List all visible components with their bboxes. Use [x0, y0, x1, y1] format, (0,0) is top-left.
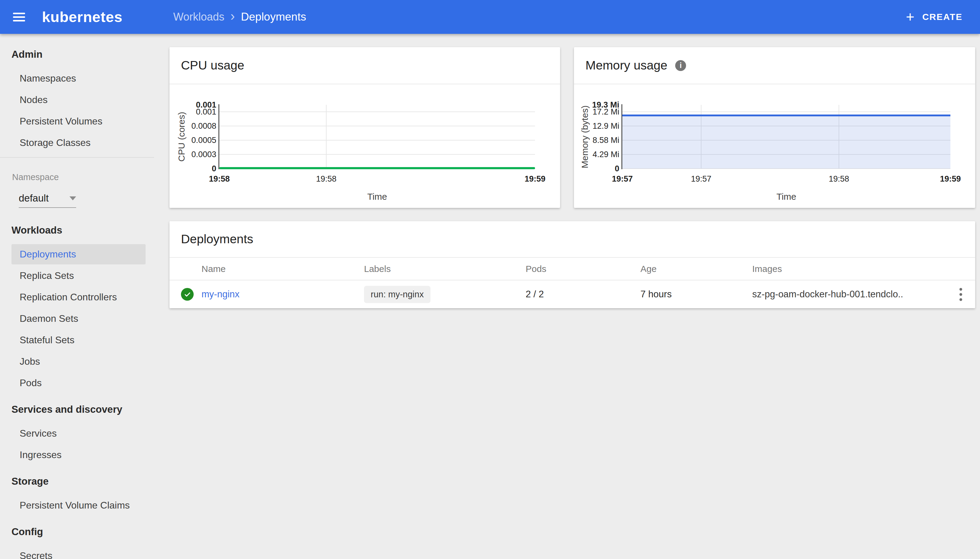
- create-button[interactable]: + CREATE: [906, 10, 962, 24]
- y-axis-title: Memory (bytes): [578, 105, 592, 169]
- column-header-images: Images: [752, 264, 946, 274]
- charts-row: CPU usage 0.0010.0010.00080.00050.000301…: [170, 47, 980, 208]
- sidebar-item-namespaces[interactable]: Namespaces: [12, 68, 145, 89]
- sidebar-item-storage-classes[interactable]: Storage Classes: [12, 133, 145, 153]
- menu-icon[interactable]: [13, 13, 25, 22]
- x-tick-label: 19:59: [505, 174, 565, 184]
- y-gridline: [219, 140, 535, 141]
- info-icon[interactable]: i: [675, 60, 686, 71]
- images-value: sz-pg-oam-docker-hub-001.tendclo..: [752, 289, 946, 300]
- cpu-usage-chart: 0.0010.0010.00080.00050.0003019:5819:581…: [170, 84, 560, 207]
- y-tick-label: 4.29 Mi: [568, 150, 619, 159]
- breadcrumb: Workloads › Deployments: [173, 11, 306, 23]
- label-chip: run: my-nginx: [364, 286, 430, 303]
- table-row: my-nginxrun: my-nginx2 / 27 hourssz-pg-o…: [170, 280, 975, 308]
- chevron-down-icon: [69, 197, 76, 200]
- check-icon: [183, 291, 191, 298]
- memory-usage-area-series: [622, 114, 950, 169]
- chevron-right-icon: ›: [230, 11, 235, 23]
- cpu-usage-line-series: [219, 167, 535, 169]
- y-tick-label: 0.0005: [165, 136, 216, 145]
- y-tick-label: 17.2 Mi: [568, 107, 619, 117]
- x-tick-label: 19:58: [189, 174, 250, 184]
- y-gridline: [219, 126, 535, 126]
- x-tick-label: 19:59: [920, 174, 980, 184]
- column-header-age: Age: [640, 264, 752, 274]
- labels-cell: run: my-nginx: [364, 286, 526, 303]
- memory-usage-chart: 19.3 Mi17.2 Mi12.9 Mi8.58 Mi4.29 Mi019:5…: [574, 84, 975, 207]
- sidebar-item-replica-sets[interactable]: Replica Sets: [12, 266, 145, 286]
- sidebar-heading-services-and-discovery: Services and discovery: [12, 404, 154, 415]
- memory-usage-card: Memory usage i 19.3 Mi17.2 Mi12.9 Mi8.58…: [574, 47, 975, 208]
- age-value: 7 hours: [640, 289, 752, 300]
- namespace-value: default: [19, 192, 49, 204]
- sidebar-item-ingresses[interactable]: Ingresses: [12, 445, 145, 465]
- y-gridline: [219, 111, 535, 112]
- y-tick-label: 8.58 Mi: [568, 136, 619, 145]
- sidebar-section-config: ConfigSecrets: [0, 526, 154, 559]
- sidebar-item-secrets[interactable]: Secrets: [12, 546, 145, 559]
- plus-icon: +: [906, 10, 914, 24]
- deployment-name-link[interactable]: my-nginx: [202, 289, 240, 300]
- sidebar-item-stateful-sets[interactable]: Stateful Sets: [12, 330, 145, 350]
- status-success-icon: [181, 288, 193, 301]
- app-header: kubernetes Workloads › Deployments + CRE…: [0, 0, 980, 34]
- namespace-select[interactable]: default: [19, 192, 76, 208]
- deployments-card: Deployments NameLabelsPodsAgeImages my-n…: [170, 221, 975, 308]
- table-header-row: NameLabelsPodsAgeImages: [170, 258, 975, 280]
- pods-value: 2 / 2: [526, 289, 640, 300]
- sidebar-item-jobs[interactable]: Jobs: [12, 351, 145, 372]
- y-gridline: [622, 111, 950, 112]
- sidebar-item-nodes[interactable]: Nodes: [12, 90, 145, 110]
- y-tick-label: 0: [165, 164, 216, 174]
- main-content: CPU usage 0.0010.0010.00080.00050.000301…: [154, 34, 980, 559]
- y-axis-line: [218, 104, 219, 169]
- deployment-name-cell: my-nginx: [170, 288, 364, 301]
- y-axis-title: CPU (cores): [175, 105, 188, 169]
- breadcrumb-current: Deployments: [241, 11, 306, 23]
- cpu-usage-card: CPU usage 0.0010.0010.00080.00050.000301…: [170, 47, 560, 208]
- sidebar-section-storage: StoragePersistent Volume Claims: [0, 475, 154, 516]
- y-gridline: [219, 154, 535, 155]
- column-header-labels: Labels: [364, 264, 526, 274]
- table-body: my-nginxrun: my-nginx2 / 27 hourssz-pg-o…: [170, 280, 975, 308]
- sidebar-item-daemon-sets[interactable]: Daemon Sets: [12, 309, 145, 329]
- deployments-card-header: Deployments: [170, 221, 975, 258]
- y-tick-label: 0.001: [165, 107, 216, 117]
- sidebar-item-deployments[interactable]: Deployments: [12, 244, 145, 265]
- sidebar-divider: [0, 157, 154, 158]
- memory-card-header: Memory usage i: [574, 47, 975, 84]
- column-header-pods: Pods: [526, 264, 640, 274]
- x-tick-label: 19:58: [296, 174, 357, 184]
- x-axis-title: Time: [332, 192, 423, 202]
- y-tick-label: 12.9 Mi: [568, 121, 619, 131]
- y-tick-label: 0.0008: [165, 121, 216, 131]
- sidebar-item-persistent-volumes[interactable]: Persistent Volumes: [12, 111, 145, 131]
- sidebar-item-pods[interactable]: Pods: [12, 373, 145, 393]
- sidebar-section-admin: AdminNamespacesNodesPersistent VolumesSt…: [0, 48, 154, 153]
- cpu-card-header: CPU usage: [170, 47, 560, 84]
- sidebar-item-persistent-volume-claims[interactable]: Persistent Volume Claims: [12, 495, 145, 516]
- cpu-chart-title: CPU usage: [181, 58, 245, 73]
- column-header-name: Name: [170, 264, 364, 274]
- namespace-label: Namespace: [12, 172, 154, 182]
- x-tick-label: 19:57: [671, 174, 731, 184]
- app-logo[interactable]: kubernetes: [42, 8, 122, 25]
- sidebar-item-replication-controllers[interactable]: Replication Controllers: [12, 287, 145, 307]
- breadcrumb-workloads[interactable]: Workloads: [173, 11, 224, 23]
- sidebar-item-services[interactable]: Services: [12, 423, 145, 443]
- x-tick-label: 19:57: [592, 174, 653, 184]
- y-tick-label: 0.0003: [165, 150, 216, 159]
- deployments-table-title: Deployments: [181, 232, 253, 246]
- sidebar-nav: AdminNamespacesNodesPersistent VolumesSt…: [0, 34, 154, 559]
- sidebar-section-workloads: WorkloadsDeploymentsReplica SetsReplicat…: [0, 224, 154, 393]
- x-axis-title: Time: [741, 192, 832, 202]
- memory-chart-title: Memory usage: [585, 58, 667, 73]
- x-gridline: [326, 105, 327, 169]
- sidebar-heading-workloads: Workloads: [12, 224, 154, 236]
- sidebar-heading-admin: Admin: [12, 48, 154, 60]
- kebab-menu-icon[interactable]: [946, 288, 975, 301]
- sidebar-heading-storage: Storage: [12, 475, 154, 487]
- sidebar-heading-config: Config: [12, 526, 154, 538]
- y-tick-label: 0: [568, 164, 619, 174]
